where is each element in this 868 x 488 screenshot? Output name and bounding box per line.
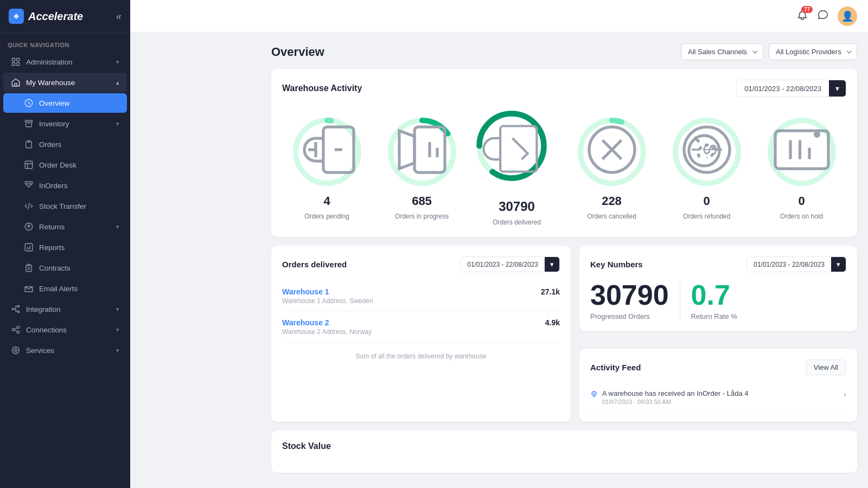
activity-date-dropdown-button[interactable]: ▾ <box>829 80 846 97</box>
my-warehouse-chevron-icon: ▴ <box>116 79 119 86</box>
orders-delivered-card: Orders delivered 01/01/2023 - 22/08/2023… <box>271 246 571 422</box>
metric-delivered: 30790 Orders delivered <box>472 108 561 226</box>
return-rate-label: Return Rate % <box>691 312 737 320</box>
activity-date-range: 01/01/2023 - 22/08/2023 <box>737 81 829 97</box>
sidebar-item-overview[interactable]: Overview <box>3 93 127 113</box>
sidebar-item-integration[interactable]: Integration ▾ <box>3 299 127 319</box>
warehouse-activity-card: Warehouse Activity 01/01/2023 - 22/08/20… <box>271 69 857 237</box>
sidebar-item-contracts[interactable]: Contracts <box>3 258 127 278</box>
metric-delivered-label: Orders delivered <box>493 219 541 226</box>
metrics-row: 4 Orders pending <box>282 108 846 226</box>
sidebar-item-inventory[interactable]: Inventory ▾ <box>3 114 127 133</box>
metric-refunded-value: 0 <box>703 194 710 208</box>
svg-rect-6 <box>25 161 33 169</box>
stock-value-header: Stock Value <box>282 441 846 451</box>
orders-date-range-group: 01/01/2023 - 22/08/2023 ▾ <box>460 256 560 272</box>
sidebar-item-overview-label: Overview <box>39 99 69 107</box>
view-all-button[interactable]: View All <box>806 359 846 375</box>
sidebar-item-reports[interactable]: Reports <box>3 237 127 257</box>
warehouse-1-name: Warehouse 1 <box>282 287 373 296</box>
sidebar-item-stock-transfer[interactable]: Stock Transfer <box>3 196 127 216</box>
sidebar-item-connections[interactable]: Connections ▾ <box>3 320 127 339</box>
sidebar-item-stock-transfer-label: Stock Transfer <box>39 202 86 210</box>
date-range-group: 01/01/2023 - 22/08/2023 ▾ <box>736 80 846 97</box>
sales-channels-filter[interactable]: All Sales Channels <box>681 43 763 60</box>
svg-point-29 <box>815 133 819 137</box>
metric-pending-circle <box>289 114 365 190</box>
sidebar-item-inventory-label: Inventory <box>39 120 69 128</box>
warehouse-2-info: Warehouse 2 Warehouse 2 Address, Norway <box>282 318 372 336</box>
metric-on-hold-label: Orders on hold <box>780 213 823 220</box>
notification-bell-button[interactable]: 77 <box>796 9 808 23</box>
sidebar: Accelerate « Quick Navigation Administra… <box>0 0 130 488</box>
warehouse-2-name: Warehouse 2 <box>282 318 372 327</box>
topbar-actions: 77 👤 <box>796 7 857 26</box>
orders-delivered-header: Orders delivered 01/01/2023 - 22/08/2023… <box>282 256 560 272</box>
svg-rect-20 <box>500 126 537 172</box>
integration-chevron-icon: ▾ <box>116 306 119 313</box>
sidebar-item-services[interactable]: Services ▾ <box>3 341 127 360</box>
svg-rect-3 <box>17 63 20 66</box>
key-date-dropdown-button[interactable]: ▾ <box>831 257 846 272</box>
svg-rect-1 <box>17 58 20 61</box>
warehouse-1-count: 27.1k <box>541 287 560 296</box>
sidebar-item-email-alerts[interactable]: Email Alerts <box>3 279 127 298</box>
administration-chevron-icon: ▾ <box>116 59 119 66</box>
metric-cancelled-label: Orders cancelled <box>587 213 636 220</box>
metric-cancelled-circle <box>574 114 650 190</box>
notification-badge: 77 <box>801 6 813 13</box>
sidebar-item-returns[interactable]: Returns ▾ <box>3 217 127 236</box>
services-chevron-icon: ▾ <box>116 347 119 354</box>
sidebar-item-order-desk-label: Order Desk <box>39 161 76 169</box>
metric-pending: 4 Orders pending <box>282 114 372 220</box>
connections-chevron-icon: ▾ <box>116 326 119 333</box>
progressed-orders-value: 30790 <box>590 281 669 309</box>
key-numbers-values: 30790 Progressed Orders 0.7 Return Rate … <box>590 281 846 320</box>
warehouse-1-info: Warehouse 1 Warehouse 1 Address, Sweden <box>282 287 373 305</box>
orders-date-dropdown-button[interactable]: ▾ <box>545 257 559 272</box>
activity-header: Warehouse Activity 01/01/2023 - 22/08/20… <box>282 80 846 97</box>
feed-item-chevron-right-icon[interactable]: › <box>844 389 846 399</box>
svg-point-9 <box>12 309 14 310</box>
chat-button[interactable] <box>817 9 829 24</box>
metric-on-hold: 0 Orders on hold <box>757 114 846 220</box>
logistic-providers-filter[interactable]: All Logistic Providers <box>769 43 857 60</box>
svg-rect-4 <box>15 84 17 86</box>
feed-item-text-group: A warehouse has received an InOrder - Lå… <box>602 389 749 405</box>
page-title: Overview <box>271 45 324 59</box>
user-avatar[interactable]: 👤 <box>838 7 857 26</box>
activity-feed-title: Activity Feed <box>590 363 641 372</box>
metric-on-hold-circle <box>764 114 840 190</box>
metric-in-progress-circle <box>384 114 460 190</box>
metric-pending-label: Orders pending <box>304 213 349 220</box>
svg-text:$: $ <box>699 144 720 155</box>
metric-delivered-value: 30790 <box>499 199 535 214</box>
metric-in-progress-label: Orders in progress <box>395 213 449 220</box>
return-rate-metric: 0.7 Return Rate % <box>691 281 737 320</box>
metric-refunded-label: Orders refunded <box>683 213 730 220</box>
pending-icon <box>289 112 365 192</box>
filter-row: All Sales Channels All Logistic Provider… <box>681 43 857 60</box>
sidebar-item-inorders[interactable]: InOrders <box>3 176 127 195</box>
inventory-chevron-icon: ▾ <box>116 120 119 127</box>
sidebar-item-administration[interactable]: Administration ▾ <box>3 52 127 72</box>
bottom-row: Orders delivered 01/01/2023 - 22/08/2023… <box>271 246 857 431</box>
key-numbers-divider <box>680 282 680 320</box>
warehouse-2-count: 4.9k <box>545 318 560 327</box>
feed-item-text: A warehouse has received an InOrder - Lå… <box>602 389 749 397</box>
right-column: Key Numbers 01/01/2023 - 22/08/2023 ▾ 30… <box>579 246 857 431</box>
svg-point-31 <box>593 393 595 395</box>
sidebar-item-order-desk[interactable]: Order Desk <box>3 155 127 175</box>
svg-rect-2 <box>12 63 15 66</box>
app-name: Accelerate <box>28 10 83 23</box>
svg-rect-28 <box>775 131 828 169</box>
sidebar-collapse-button[interactable]: « <box>116 11 122 22</box>
feed-item-content: A warehouse has received an InOrder - Lå… <box>590 389 749 405</box>
sidebar-item-orders[interactable]: Orders <box>3 134 127 154</box>
stock-value-title: Stock Value <box>282 441 331 451</box>
key-numbers-card: Key Numbers 01/01/2023 - 22/08/2023 ▾ 30… <box>579 246 857 331</box>
app-logo: Accelerate « <box>0 0 130 33</box>
sidebar-item-my-warehouse[interactable]: My Warehouse ▴ <box>3 73 127 92</box>
stock-value-card: Stock Value <box>271 431 857 473</box>
sidebar-item-email-alerts-label: Email Alerts <box>39 285 78 293</box>
